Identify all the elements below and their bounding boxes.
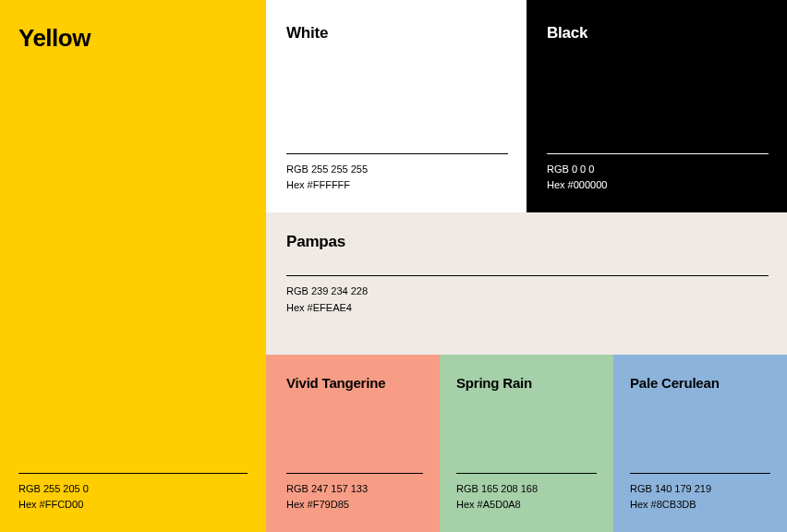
divider xyxy=(547,153,769,154)
swatch-pale-cerulean: Pale Cerulean RGB 140 179 219 Hex #8CB3D… xyxy=(613,355,787,532)
swatch-hex: Hex #8CB3DB xyxy=(630,497,770,514)
divider xyxy=(286,473,423,474)
swatch-rgb: RGB 239 234 228 xyxy=(286,284,769,300)
right-grid: White RGB 255 255 255 Hex #FFFFFF Black … xyxy=(266,0,787,532)
swatch-hex: Hex #F79D85 xyxy=(286,497,423,514)
swatch-hex: Hex #EFEAE4 xyxy=(286,300,769,317)
swatch-name: Black xyxy=(547,24,769,42)
swatch-name: Spring Rain xyxy=(456,375,597,391)
swatch-name: Pampas xyxy=(286,233,769,251)
swatch-rgb: RGB 255 205 0 xyxy=(18,481,248,498)
swatch-vivid-tangerine: Vivid Tangerine RGB 247 157 133 Hex #F79… xyxy=(266,355,440,532)
swatch-black: Black RGB 0 0 0 Hex #000000 xyxy=(527,0,787,212)
swatch-spring-rain: Spring Rain RGB 165 208 168 Hex #A5D0A8 xyxy=(440,355,613,532)
divider xyxy=(286,275,769,276)
swatch-pampas: Pampas RGB 239 234 228 Hex #EFEAE4 xyxy=(266,212,787,355)
swatch-name: Pale Cerulean xyxy=(630,375,770,391)
swatch-name: White xyxy=(286,24,508,42)
swatch-info: RGB 255 255 255 Hex #FFFFFF xyxy=(286,153,508,194)
swatch-name: Yellow xyxy=(18,24,248,53)
divider xyxy=(456,473,597,474)
swatch-info: RGB 247 157 133 Hex #F79D85 xyxy=(286,473,423,514)
color-palette: Yellow RGB 255 205 0 Hex #FFCD00 White R… xyxy=(0,0,787,532)
row-accents: Vivid Tangerine RGB 247 157 133 Hex #F79… xyxy=(266,355,787,532)
divider xyxy=(630,473,770,474)
swatch-rgb: RGB 0 0 0 xyxy=(547,162,769,178)
swatch-info: RGB 255 205 0 Hex #FFCD00 xyxy=(18,473,248,514)
swatch-name: Vivid Tangerine xyxy=(286,375,423,391)
swatch-hex: Hex #FFCD00 xyxy=(18,497,248,514)
swatch-hex: Hex #A5D0A8 xyxy=(456,497,597,514)
swatch-info: RGB 140 179 219 Hex #8CB3DB xyxy=(630,473,770,514)
divider xyxy=(286,153,508,154)
swatch-yellow: Yellow RGB 255 205 0 Hex #FFCD00 xyxy=(0,0,266,532)
swatch-info: RGB 165 208 168 Hex #A5D0A8 xyxy=(456,473,597,514)
swatch-rgb: RGB 247 157 133 xyxy=(286,481,423,498)
swatch-rgb: RGB 255 255 255 xyxy=(286,162,508,178)
divider xyxy=(18,473,248,474)
swatch-rgb: RGB 140 179 219 xyxy=(630,481,770,498)
swatch-hex: Hex #FFFFFF xyxy=(286,177,508,194)
swatch-white: White RGB 255 255 255 Hex #FFFFFF xyxy=(266,0,527,212)
swatch-rgb: RGB 165 208 168 xyxy=(456,481,597,498)
row-white-black: White RGB 255 255 255 Hex #FFFFFF Black … xyxy=(266,0,787,212)
swatch-info: RGB 0 0 0 Hex #000000 xyxy=(547,153,769,194)
swatch-hex: Hex #000000 xyxy=(547,177,769,194)
